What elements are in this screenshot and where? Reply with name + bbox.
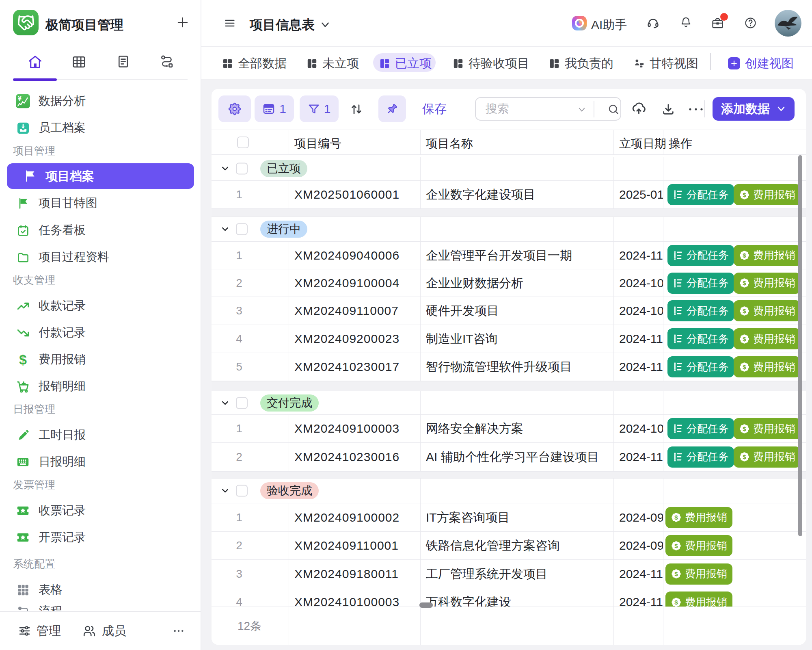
svg-text:$: $ (743, 335, 746, 342)
svg-text:$: $ (743, 280, 746, 286)
svg-text:$: $ (674, 598, 678, 605)
svg-text:$: $ (743, 363, 746, 370)
svg-text:$: $ (743, 191, 746, 198)
svg-text:$: $ (743, 307, 746, 314)
svg-text:¥: ¥ (18, 95, 22, 102)
svg-text:$: $ (743, 453, 746, 460)
svg-text:$: $ (674, 514, 678, 521)
svg-text:$: $ (674, 570, 678, 577)
svg-text:$: $ (674, 542, 678, 549)
svg-text:$: $ (743, 425, 746, 432)
svg-text:$: $ (743, 252, 746, 259)
